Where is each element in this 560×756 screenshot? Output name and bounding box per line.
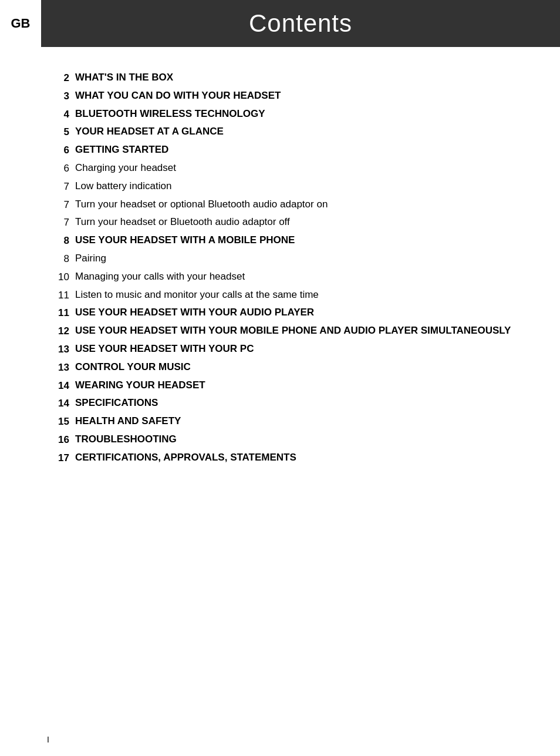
toc-number: 8 <box>47 233 75 248</box>
toc-text: USE YOUR HEADSET WITH YOUR PC <box>75 342 513 356</box>
toc-text: WEARING YOUR HEADSET <box>75 378 513 392</box>
page-title: Contents <box>249 9 352 38</box>
toc-number: 7 <box>47 215 75 230</box>
page-container: GB Contents 2WHAT'S IN THE BOX3WHAT YOU … <box>0 0 560 756</box>
toc-number: 6 <box>47 143 75 157</box>
toc-number: 12 <box>47 324 75 338</box>
toc-text: YOUR HEADSET AT A GLANCE <box>75 125 513 139</box>
toc-text: BLUETOOTH WIRELESS TECHNOLOGY <box>75 107 513 121</box>
toc-number: 15 <box>47 414 75 429</box>
toc-item: 3WHAT YOU CAN DO WITH YOUR HEADSET <box>47 89 513 103</box>
toc-item: 16TROUBLESHOOTING <box>47 432 513 447</box>
toc-list: 2WHAT'S IN THE BOX3WHAT YOU CAN DO WITH … <box>47 70 513 465</box>
toc-number: 11 <box>47 305 75 320</box>
toc-number: 14 <box>47 378 75 393</box>
toc-item: 6GETTING STARTED <box>47 143 513 157</box>
toc-text: CERTIFICATIONS, APPROVALS, STATEMENTS <box>75 451 513 465</box>
header: GB Contents <box>0 0 560 47</box>
toc-item: 8Pairing <box>47 251 513 266</box>
toc-item: 14SPECIFICATIONS <box>47 396 513 411</box>
toc-number: 13 <box>47 360 75 375</box>
toc-item: 13CONTROL YOUR MUSIC <box>47 360 513 375</box>
toc-number: 16 <box>47 432 75 447</box>
toc-text: USE YOUR HEADSET WITH YOUR AUDIO PLAYER <box>75 305 513 320</box>
toc-text: SPECIFICATIONS <box>75 396 513 410</box>
toc-text: WHAT'S IN THE BOX <box>75 70 513 85</box>
gb-label: GB <box>11 16 31 31</box>
toc-item: 13USE YOUR HEADSET WITH YOUR PC <box>47 342 513 357</box>
toc-text: HEALTH AND SAFETY <box>75 414 513 428</box>
toc-content: 2WHAT'S IN THE BOX3WHAT YOU CAN DO WITH … <box>0 47 560 492</box>
toc-text: Turn your headset or optional Bluetooth … <box>75 197 513 211</box>
toc-number: 17 <box>47 451 75 465</box>
toc-number: 10 <box>47 270 75 284</box>
toc-number: 2 <box>47 70 75 85</box>
toc-number: 8 <box>47 251 75 266</box>
toc-text: Managing your calls with your headset <box>75 270 513 284</box>
toc-number: 5 <box>47 125 75 139</box>
toc-item: 4BLUETOOTH WIRELESS TECHNOLOGY <box>47 107 513 122</box>
toc-item: 5YOUR HEADSET AT A GLANCE <box>47 125 513 139</box>
toc-text: CONTROL YOUR MUSIC <box>75 360 513 374</box>
toc-text: GETTING STARTED <box>75 143 513 157</box>
toc-text: USE YOUR HEADSET WITH YOUR MOBILE PHONE … <box>75 324 513 338</box>
toc-item: 8USE YOUR HEADSET WITH A MOBILE PHONE <box>47 233 513 248</box>
toc-item: 12USE YOUR HEADSET WITH YOUR MOBILE PHON… <box>47 324 513 338</box>
toc-text: USE YOUR HEADSET WITH A MOBILE PHONE <box>75 233 513 247</box>
toc-number: 7 <box>47 197 75 212</box>
toc-item: 14WEARING YOUR HEADSET <box>47 378 513 393</box>
toc-item: 10Managing your calls with your headset <box>47 270 513 284</box>
toc-item: 15HEALTH AND SAFETY <box>47 414 513 429</box>
toc-text: Low battery indication <box>75 179 513 193</box>
toc-number: 6 <box>47 161 75 176</box>
toc-item: 7Turn your headset or optional Bluetooth… <box>47 197 513 212</box>
page-number: I <box>47 735 49 744</box>
gb-tab: GB <box>0 0 41 47</box>
toc-number: 3 <box>47 89 75 103</box>
toc-number: 4 <box>47 107 75 122</box>
toc-text: Turn your headset or Bluetooth audio ada… <box>75 215 513 229</box>
toc-text: Listen to music and monitor your calls a… <box>75 288 513 302</box>
toc-item: 17CERTIFICATIONS, APPROVALS, STATEMENTS <box>47 451 513 465</box>
toc-number: 13 <box>47 342 75 357</box>
header-title-area: Contents <box>41 0 560 47</box>
toc-text: Pairing <box>75 251 513 266</box>
toc-text: WHAT YOU CAN DO WITH YOUR HEADSET <box>75 89 513 103</box>
toc-number: 14 <box>47 396 75 411</box>
toc-number: 7 <box>47 179 75 194</box>
toc-item: 11USE YOUR HEADSET WITH YOUR AUDIO PLAYE… <box>47 305 513 320</box>
toc-item: 6Charging your headset <box>47 161 513 176</box>
toc-item: 7Turn your headset or Bluetooth audio ad… <box>47 215 513 230</box>
toc-item: 7Low battery indication <box>47 179 513 194</box>
toc-item: 2WHAT'S IN THE BOX <box>47 70 513 85</box>
toc-item: 11Listen to music and monitor your calls… <box>47 288 513 303</box>
toc-text: Charging your headset <box>75 161 513 175</box>
toc-number: 11 <box>47 288 75 303</box>
toc-text: TROUBLESHOOTING <box>75 432 513 446</box>
